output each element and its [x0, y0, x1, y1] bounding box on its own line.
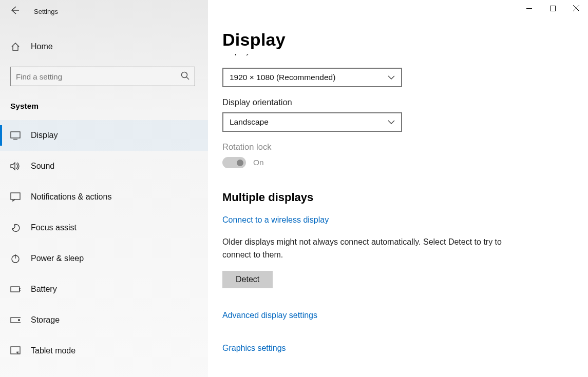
battery-icon — [10, 286, 21, 293]
nav-item-display[interactable]: Display — [0, 120, 208, 151]
multiple-displays-header: Multiple displays — [222, 191, 567, 204]
content-pane: Display Display resolution 1920 × 1080 (… — [208, 0, 588, 377]
svg-rect-14 — [20, 288, 21, 290]
svg-line-6 — [186, 77, 189, 80]
chevron-down-icon — [388, 117, 395, 127]
storage-icon — [10, 317, 21, 323]
detect-help-text: Older displays might not always connect … — [222, 236, 510, 262]
app-title: Settings — [34, 8, 58, 15]
power-icon — [10, 253, 21, 264]
search-box[interactable] — [10, 67, 195, 86]
connect-wireless-link[interactable]: Connect to a wireless display — [222, 215, 329, 225]
resolution-select[interactable]: 1920 × 1080 (Recommended) — [222, 68, 402, 87]
advanced-display-link[interactable]: Advanced display settings — [222, 311, 567, 320]
nav-item-tablet-mode[interactable]: Tablet mode — [0, 335, 208, 366]
home-icon — [10, 42, 21, 52]
nav-item-label: Power & sleep — [31, 254, 84, 263]
orientation-label: Display orientation — [222, 97, 567, 107]
resolution-label: Display resolution — [222, 54, 567, 63]
svg-rect-10 — [11, 193, 20, 200]
rotation-lock-state: On — [253, 158, 264, 167]
back-button[interactable] — [9, 5, 20, 17]
nav-list: Display Sound Notifications & actions — [0, 120, 208, 366]
nav-item-storage[interactable]: Storage — [0, 305, 208, 335]
nav-item-label: Focus assist — [31, 223, 77, 232]
nav-item-battery[interactable]: Battery — [0, 274, 208, 305]
tablet-mode-icon — [10, 346, 21, 355]
nav-item-label: Battery — [31, 285, 57, 294]
svg-marker-9 — [11, 163, 15, 170]
svg-point-16 — [18, 320, 20, 321]
chevron-down-icon — [388, 73, 395, 82]
sidebar-category: System — [10, 102, 208, 111]
nav-home-label: Home — [31, 42, 53, 51]
resolution-value: 1920 × 1080 (Recommended) — [230, 73, 335, 82]
rotation-lock-toggle[interactable] — [222, 157, 246, 168]
rotation-lock-label: Rotation lock — [222, 142, 567, 152]
focus-assist-icon — [10, 223, 21, 233]
nav-item-notifications[interactable]: Notifications & actions — [0, 182, 208, 212]
svg-point-5 — [182, 72, 187, 77]
svg-rect-7 — [11, 132, 20, 138]
nav-item-label: Display — [31, 131, 58, 140]
svg-rect-17 — [11, 347, 20, 354]
nav-item-label: Notifications & actions — [31, 192, 111, 202]
nav-item-label: Tablet mode — [31, 346, 75, 355]
search-icon — [181, 71, 189, 82]
nav-home[interactable]: Home — [0, 34, 208, 59]
svg-rect-13 — [11, 287, 20, 292]
detect-button[interactable]: Detect — [222, 271, 273, 288]
nav-item-sound[interactable]: Sound — [0, 151, 208, 182]
sidebar: Settings Home System — [0, 0, 208, 377]
display-icon — [10, 131, 21, 140]
orientation-value: Landscape — [230, 117, 269, 127]
graphics-settings-link[interactable]: Graphics settings — [222, 344, 567, 353]
nav-item-power-sleep[interactable]: Power & sleep — [0, 243, 208, 274]
page-title: Display — [222, 30, 567, 50]
notifications-icon — [10, 192, 21, 202]
nav-item-focus-assist[interactable]: Focus assist — [0, 212, 208, 243]
search-input[interactable] — [16, 72, 175, 81]
orientation-select[interactable]: Landscape — [222, 112, 402, 132]
sound-icon — [10, 162, 21, 171]
nav-item-label: Storage — [31, 315, 60, 325]
nav-item-label: Sound — [31, 162, 54, 171]
